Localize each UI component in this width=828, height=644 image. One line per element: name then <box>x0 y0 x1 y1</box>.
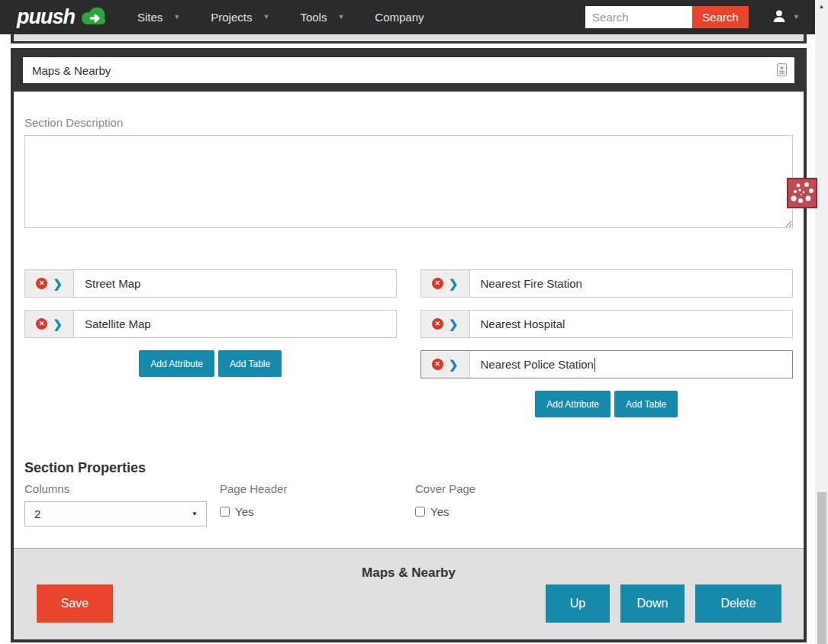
cover-page-property: Cover Page Yes <box>415 482 611 526</box>
nav-sites-label: Sites <box>137 11 163 24</box>
expand-attribute-icon[interactable]: ❯ <box>449 359 459 370</box>
cloud-arrow-icon <box>79 5 108 29</box>
columns-label: Columns <box>24 482 220 495</box>
nav-projects-label: Projects <box>211 11 252 24</box>
top-navbar: puush Sites ▼ Projects ▼ Too <box>0 0 815 34</box>
navbar-right: Search ▼ <box>585 6 800 28</box>
expand-attribute-icon[interactable]: ❯ <box>53 318 63 330</box>
attribute-name-input[interactable] <box>470 270 793 297</box>
scrollbar-thumb[interactable] <box>817 492 826 644</box>
previous-section-remnant <box>11 34 807 43</box>
nav-projects[interactable]: Projects ▼ <box>211 11 269 24</box>
attribute-controls: ✕ ❯ <box>25 311 74 337</box>
attribute-name-input[interactable] <box>74 311 396 337</box>
move-down-button[interactable]: Down <box>620 584 685 623</box>
attribute-name-input[interactable]: Nearest Police Station <box>470 351 793 378</box>
logo-text: puush <box>17 5 75 29</box>
select-caret-icon: ▼ <box>192 510 198 517</box>
section-title-bar <box>14 48 804 92</box>
remove-attribute-icon[interactable]: ✕ <box>432 278 443 289</box>
attribute-controls: ✕ ❯ <box>421 351 470 378</box>
save-button[interactable]: Save <box>37 584 113 623</box>
vertical-scrollbar[interactable]: ▲ <box>815 0 828 644</box>
attribute-row-focused: ✕ ❯ Nearest Police Station <box>420 350 794 378</box>
main-menu: Sites ▼ Projects ▼ Tools ▼ Company <box>137 11 455 24</box>
section-editor-panel: Section Description ✕ ❯ ✕ <box>11 48 807 642</box>
section-editor-body: Section Description ✕ ❯ ✕ <box>14 92 804 548</box>
columns-select-value: 2 <box>34 507 40 520</box>
page-header-label: Page Header <box>220 482 415 495</box>
nav-company[interactable]: Company <box>375 11 424 24</box>
add-table-button[interactable]: Add Table <box>614 391 678 417</box>
attributes-grid: ✕ ❯ ✕ ❯ Add Attribute Add <box>24 269 793 417</box>
attribute-controls: ✕ ❯ <box>421 311 470 337</box>
section-properties-heading: Section Properties <box>24 460 793 476</box>
add-table-button[interactable]: Add Table <box>218 350 282 377</box>
section-title-field <box>23 57 794 83</box>
add-attribute-button[interactable]: Add Attribute <box>535 391 611 417</box>
remove-attribute-icon[interactable]: ✕ <box>36 318 47 330</box>
expand-attribute-icon[interactable]: ❯ <box>53 278 63 289</box>
section-footer: Maps & Nearby Save Up Down Delete <box>14 548 804 639</box>
attribute-controls: ✕ ❯ <box>421 270 470 297</box>
page-header-option: Yes <box>220 505 415 518</box>
app-logo[interactable]: puush <box>17 5 108 29</box>
attribute-name-input[interactable] <box>74 270 396 297</box>
page: puush Sites ▼ Projects ▼ Too <box>0 0 828 644</box>
attribute-name-text: Nearest Police Station <box>481 358 594 371</box>
columns-select[interactable]: 2 ▼ <box>24 501 207 526</box>
remove-attribute-icon[interactable]: ✕ <box>432 318 443 330</box>
attributes-column-left: ✕ ❯ ✕ ❯ Add Attribute Add <box>24 269 397 417</box>
attribute-row: ✕ ❯ <box>420 310 794 338</box>
footer-section-title: Maps & Nearby <box>14 565 804 581</box>
caret-down-icon: ▼ <box>793 14 800 21</box>
attribute-name-input[interactable] <box>470 311 793 337</box>
section-description-textarea[interactable] <box>24 135 793 228</box>
add-attribute-button[interactable]: Add Attribute <box>139 350 214 377</box>
scroll-up-arrow[interactable]: ▲ <box>815 3 828 10</box>
attributes-column-right: ✕ ❯ ✕ ❯ ✕ <box>420 269 794 417</box>
columns-property: Columns 2 ▼ <box>24 482 220 526</box>
page-header-checkbox[interactable] <box>220 507 230 517</box>
expand-attribute-icon[interactable]: ❯ <box>449 278 459 289</box>
section-title-input[interactable] <box>23 57 794 83</box>
nav-tools-label: Tools <box>300 11 327 24</box>
add-buttons-right: Add Attribute Add Table <box>420 391 794 417</box>
user-icon <box>772 8 787 27</box>
move-up-button[interactable]: Up <box>546 584 610 623</box>
attribute-row: ✕ ❯ <box>420 269 794 298</box>
expand-attribute-icon[interactable]: ❯ <box>449 318 459 330</box>
attribute-row: ✕ ❯ <box>24 269 397 298</box>
text-cursor <box>594 358 595 372</box>
search-input[interactable] <box>585 6 692 28</box>
caret-down-icon: ▼ <box>263 14 269 21</box>
form-field-helper-icon <box>777 63 787 79</box>
cover-page-option: Yes <box>415 505 611 518</box>
add-buttons-left: Add Attribute Add Table <box>24 350 397 377</box>
nav-company-label: Company <box>375 11 424 24</box>
search-button[interactable]: Search <box>692 6 749 28</box>
attribute-controls: ✕ ❯ <box>25 270 74 297</box>
page-header-option-label: Yes <box>235 505 253 518</box>
section-properties-row: Columns 2 ▼ Page Header Yes Cover Page <box>24 482 793 526</box>
section-description-label: Section Description <box>24 92 793 129</box>
footer-order-buttons: Up Down Delete <box>546 584 781 623</box>
cover-page-label: Cover Page <box>415 482 611 495</box>
nav-sites[interactable]: Sites ▼ <box>137 11 180 24</box>
delete-button[interactable]: Delete <box>695 584 781 623</box>
caret-down-icon: ▼ <box>173 14 180 21</box>
remove-attribute-icon[interactable]: ✕ <box>432 359 443 370</box>
page-header-property: Page Header Yes <box>220 482 415 526</box>
caret-down-icon: ▼ <box>337 14 344 21</box>
user-menu[interactable]: ▼ <box>772 8 800 27</box>
remove-attribute-icon[interactable]: ✕ <box>36 278 47 289</box>
nav-tools[interactable]: Tools ▼ <box>300 11 344 24</box>
cover-page-checkbox[interactable] <box>415 507 425 517</box>
dots-spiral-badge[interactable] <box>787 178 817 208</box>
attribute-row: ✕ ❯ <box>24 310 397 338</box>
cover-page-option-label: Yes <box>430 505 449 518</box>
